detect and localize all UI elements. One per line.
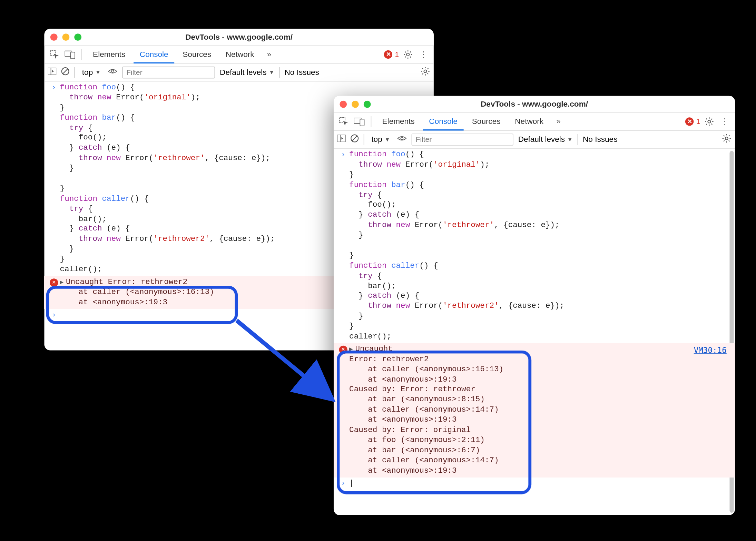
console-toolbar: top ▼ Default levels ▼ No Issues: [44, 63, 433, 81]
tab-console[interactable]: Console: [134, 46, 174, 63]
error-count: 1: [395, 50, 399, 58]
stack-frame: at <anonymous>:19:3: [349, 415, 457, 424]
more-tabs-icon[interactable]: »: [263, 48, 276, 61]
live-expression-eye-icon[interactable]: [108, 68, 117, 77]
error-message[interactable]: ✕ ▶Uncaught Error: rethrower2 at caller …: [334, 343, 735, 477]
context-label: top: [82, 68, 93, 77]
prompt-chevron-icon: ›: [337, 478, 349, 488]
error-icon: ✕: [50, 278, 58, 287]
filter-input[interactable]: [412, 133, 513, 145]
issues-label: No Issues: [583, 135, 617, 144]
tab-elements[interactable]: Elements: [87, 46, 131, 63]
levels-label: Default levels: [220, 68, 266, 77]
filter-input[interactable]: [122, 66, 215, 78]
svg-point-13: [708, 120, 710, 123]
stack-frame: at <anonymous>:19:3: [349, 375, 457, 384]
console-body: › function foo() { throw new Error('orig…: [334, 149, 735, 515]
inspect-element-icon[interactable]: [48, 48, 61, 61]
console-toolbar: top ▼ Default levels ▼ No Issues: [334, 130, 735, 148]
titlebar: DevTools - www.google.com/: [44, 29, 433, 46]
window-minimize-button[interactable]: [62, 33, 70, 40]
caused-by-line: Caused by: Error: original: [349, 425, 471, 434]
svg-point-19: [725, 137, 728, 140]
prompt-input[interactable]: |: [349, 478, 354, 488]
error-count-badge[interactable]: ✕ 1: [686, 117, 700, 125]
error-count-badge[interactable]: ✕ 1: [384, 50, 399, 58]
caused-by-line: Caused by: Error: rethrower: [349, 385, 475, 394]
window-maximize-button[interactable]: [364, 100, 371, 108]
more-tabs-icon[interactable]: »: [552, 115, 565, 128]
prompt-chevron-icon: ›: [337, 150, 349, 342]
tab-network[interactable]: Network: [219, 46, 260, 63]
svg-rect-12: [360, 119, 364, 126]
svg-line-7: [63, 69, 68, 74]
device-toolbar-icon[interactable]: [63, 48, 77, 61]
svg-point-18: [401, 137, 403, 140]
chevron-down-icon: ▼: [95, 69, 100, 75]
tab-network[interactable]: Network: [509, 112, 550, 130]
error-icon: ✕: [384, 50, 392, 58]
clear-console-icon[interactable]: [61, 67, 69, 77]
error-icon: ✕: [339, 346, 347, 354]
context-label: top: [371, 135, 382, 144]
live-expression-eye-icon[interactable]: [397, 135, 407, 144]
stack-frame: at foo (<anonymous>:2:11): [349, 435, 485, 444]
device-toolbar-icon[interactable]: [353, 115, 366, 128]
stack-line: Error: rethrower2: [349, 354, 429, 363]
inspect-element-icon[interactable]: [337, 115, 350, 128]
chevron-down-icon: ▼: [385, 136, 390, 142]
prompt-chevron-icon: ›: [48, 310, 60, 320]
source-link[interactable]: VM30:16: [694, 346, 727, 356]
window-minimize-button[interactable]: [352, 100, 359, 108]
prompt-chevron-icon: ›: [48, 83, 60, 275]
log-levels-selector[interactable]: Default levels ▼: [220, 68, 274, 77]
stack-frame: at caller (<anonymous>:16:13): [60, 287, 214, 296]
stack-frame: at bar (<anonymous>:6:7): [349, 445, 480, 454]
sidebar-toggle-icon[interactable]: [337, 135, 345, 144]
svg-line-17: [352, 136, 357, 141]
stack-frame: at bar (<anonymous>:8:15): [349, 395, 485, 404]
sidebar-toggle-icon[interactable]: [48, 68, 56, 77]
code-input[interactable]: function foo() { throw new Error('origin…: [349, 150, 564, 342]
issues-label: No Issues: [285, 68, 319, 77]
clear-console-icon[interactable]: [351, 134, 359, 145]
kebab-menu-icon[interactable]: ⋮: [417, 48, 430, 61]
stack-frame: at caller (<anonymous>:16:13): [349, 365, 503, 374]
code-input[interactable]: function foo() { throw new Error('origin…: [60, 83, 275, 275]
execution-context-selector[interactable]: top ▼: [80, 68, 103, 77]
window-close-button[interactable]: [50, 33, 58, 40]
svg-point-3: [406, 53, 409, 56]
error-header: Uncaught Error: rethrower2: [66, 277, 187, 286]
error-icon: ✕: [686, 117, 694, 125]
window-title: DevTools - www.google.com/: [334, 99, 735, 108]
tab-console[interactable]: Console: [423, 113, 464, 130]
titlebar: DevTools - www.google.com/: [334, 96, 735, 113]
tab-sources[interactable]: Sources: [466, 112, 507, 130]
svg-point-9: [424, 70, 427, 73]
stack-frame: at caller (<anonymous>:14:7): [349, 405, 499, 414]
panel-tabbar: Elements Console Sources Network » ✕ 1 ⋮: [44, 46, 433, 63]
panel-tabbar: Elements Console Sources Network » ✕ 1 ⋮: [334, 112, 735, 130]
log-levels-selector[interactable]: Default levels ▼: [518, 135, 573, 144]
kebab-menu-icon[interactable]: ⋮: [718, 115, 731, 128]
error-header: Uncaught: [355, 344, 392, 353]
svg-rect-4: [48, 68, 56, 75]
svg-point-8: [111, 70, 114, 72]
console-settings-gear-icon[interactable]: [421, 67, 430, 78]
execution-context-selector[interactable]: top ▼: [369, 135, 392, 144]
stack-frame: at <anonymous>:19:3: [60, 297, 168, 306]
disclosure-triangle-icon[interactable]: ▶: [60, 278, 66, 286]
levels-label: Default levels: [518, 135, 565, 144]
settings-gear-icon[interactable]: [401, 48, 414, 61]
window-maximize-button[interactable]: [74, 33, 81, 40]
window-close-button[interactable]: [340, 100, 347, 108]
tab-elements[interactable]: Elements: [376, 112, 421, 130]
devtools-window-after: DevTools - www.google.com/ Elements Cons…: [334, 96, 735, 515]
error-count: 1: [696, 117, 700, 125]
window-title: DevTools - www.google.com/: [44, 32, 433, 41]
tab-sources[interactable]: Sources: [177, 46, 217, 63]
chevron-down-icon: ▼: [269, 69, 274, 75]
settings-gear-icon[interactable]: [703, 115, 716, 128]
disclosure-triangle-icon[interactable]: ▶: [349, 346, 355, 354]
console-settings-gear-icon[interactable]: [722, 134, 732, 145]
